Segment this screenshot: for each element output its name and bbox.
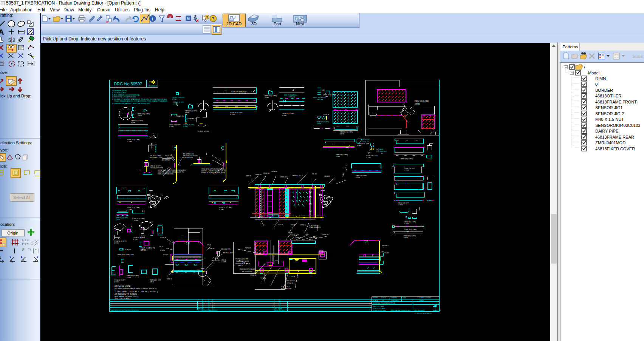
svg-text:DRAWN: DRAWN bbox=[391, 297, 397, 299]
svg-text:(STUCCO: (STUCCO bbox=[362, 138, 370, 140]
svg-text:ITEM 35: ITEM 35 bbox=[245, 247, 251, 249]
svg-text:ITS 31: ITS 31 bbox=[159, 245, 164, 247]
svg-text:ITEM 37: ITEM 37 bbox=[322, 234, 329, 236]
svg-text:SENSOR JIG 2: SENSOR JIG 2 bbox=[595, 111, 624, 116]
svg-text:ITEM 33: ITEM 33 bbox=[287, 282, 294, 284]
svg-text:rafting:: rafting: bbox=[0, 13, 13, 17]
svg-text:3 THK: 3 THK bbox=[141, 249, 146, 251]
svg-text:ITEM 30: ITEM 30 bbox=[255, 174, 262, 176]
svg-text:i: i bbox=[152, 16, 153, 22]
svg-text:SHEET: SHEET bbox=[373, 297, 378, 299]
svg-text:AB PULL NUT: AB PULL NUT bbox=[223, 252, 234, 254]
svg-text:Origin: Origin bbox=[7, 231, 18, 235]
svg-text:3 THK: 3 THK bbox=[134, 219, 138, 221]
svg-text:JIG 1: JIG 1 bbox=[305, 233, 310, 235]
svg-text:ove:: ove: bbox=[0, 70, 8, 75]
svg-text:IN POSITION: IN POSITION bbox=[183, 157, 193, 159]
svg-text:Dx 50/EX REC.TER SPEC: Dx 50/EX REC.TER SPEC bbox=[198, 310, 217, 312]
svg-text:46813FRAME FRONT: 46813FRAME FRONT bbox=[595, 100, 637, 104]
svg-text:FIXED IN POSITION X PLACES: FIXED IN POSITION X PLACES bbox=[201, 172, 225, 174]
svg-text:3 THK: 3 THK bbox=[230, 113, 235, 115]
svg-text:ITEM 3b: ITEM 3b bbox=[260, 277, 266, 279]
svg-text:ITEM 35 PIPE MUST: ITEM 35 PIPE MUST bbox=[240, 268, 255, 270]
svg-text:SHEET 01: SHEET 01 bbox=[433, 309, 441, 311]
svg-text:TSC DR SPEC: TSC DR SPEC bbox=[275, 310, 286, 312]
svg-text:LOCKNUT: LOCKNUT bbox=[167, 156, 175, 158]
svg-text:Scale:: Scale: bbox=[632, 54, 644, 59]
svg-text:2D CAD: 2D CAD bbox=[226, 22, 242, 26]
svg-text:ETCHING NOTE: ETCHING NOTE bbox=[115, 285, 131, 287]
svg-text:3PAR WELDED: 3PAR WELDED bbox=[309, 226, 320, 228]
svg-text:ITS 33: ITS 33 bbox=[312, 173, 317, 175]
svg-text:3 THK: 3 THK bbox=[116, 219, 120, 221]
svg-text:3 THK: 3 THK bbox=[183, 126, 188, 128]
svg-text:ITS 31: ITS 31 bbox=[246, 175, 251, 177]
svg-text:0.000 +/- 0.1 mm: 0.000 +/- 0.1 mm bbox=[373, 309, 386, 311]
svg-text:Part: Part bbox=[274, 22, 281, 26]
svg-text:ITEM 3L: ITEM 3L bbox=[250, 274, 257, 276]
svg-text:HOLES: HOLES bbox=[240, 92, 246, 94]
svg-text:BxxB BELOW: BxxB BELOW bbox=[281, 288, 292, 290]
svg-text:ITEM 32: ITEM 32 bbox=[296, 236, 302, 238]
svg-text:ide:: ide: bbox=[0, 164, 7, 168]
svg-text:SENSOROKII403C0103: SENSOROKII403C0103 bbox=[595, 123, 640, 128]
svg-text:A B4JRD14NG BH FAXXING A3SUI: A B4JRD14NG BH FAXXING A3SUING bbox=[111, 310, 139, 312]
svg-text:3 THK: 3 THK bbox=[366, 156, 371, 158]
svg-text:ITEM 4: ITEM 4 bbox=[288, 232, 293, 234]
svg-text:FLAP 40: FLAP 40 bbox=[125, 248, 131, 250]
svg-text:46813OTHER: 46813OTHER bbox=[595, 94, 621, 98]
svg-text:DAIRY PIPE: DAIRY PIPE bbox=[595, 129, 618, 133]
svg-text:FLAP 25: FLAP 25 bbox=[190, 117, 197, 119]
svg-text:DATE:: DATE: bbox=[420, 299, 424, 301]
svg-text:ITS 8: ITS 8 bbox=[291, 276, 295, 278]
svg-text:ITEM 5: ITEM 5 bbox=[300, 224, 306, 226]
svg-text:ITS 3b: ITS 3b bbox=[167, 278, 172, 280]
svg-text:RJB: RJB bbox=[403, 297, 406, 299]
svg-text:TO BE 'SMALL' (DOUBLE LINE: TO BE 'SMALL' (DOUBLE LINE NOT FILLED) bbox=[115, 290, 158, 293]
svg-text:3 THK: 3 THK bbox=[185, 112, 189, 114]
svg-text:BE VERTICAL: BE VERTICAL bbox=[242, 270, 252, 272]
svg-text:ITEM 49: ITEM 49 bbox=[280, 176, 287, 178]
svg-text:GENERAL TOLERANCE: GENERAL TOLERANCE bbox=[373, 302, 391, 304]
svg-text:1 OF 1: 1 OF 1 bbox=[381, 297, 386, 299]
svg-text:LINE ROYAL: LINE ROYAL bbox=[211, 260, 221, 262]
svg-text:3 THK: 3 THK bbox=[404, 237, 408, 239]
svg-text:ITEM 1: ITEM 1 bbox=[383, 245, 389, 247]
svg-text:election Settings:: election Settings: bbox=[0, 140, 32, 145]
svg-text:Model: Model bbox=[588, 71, 599, 75]
svg-text:L 3B X 3D C: L 3B X 3D C bbox=[281, 285, 290, 287]
svg-text:3 THK: 3 THK bbox=[169, 126, 174, 128]
svg-text:2 THK: 2 THK bbox=[415, 103, 420, 105]
svg-text:A: A bbox=[0, 28, 4, 36]
svg-text:ITS 35 CABLE TR: ITS 35 CABLE TR bbox=[235, 258, 248, 260]
svg-text:3 THK: 3 THK bbox=[173, 103, 178, 105]
svg-text:3 THK: 3 THK bbox=[324, 96, 328, 97]
svg-text:3 THK: 3 THK bbox=[114, 242, 119, 244]
svg-text:3 THK: 3 THK bbox=[282, 114, 286, 116]
svg-text:3D: 3D bbox=[251, 22, 257, 26]
svg-text:08 10/1: 08 10/1 bbox=[198, 308, 204, 310]
svg-text:WELD IN POSITION: WELD IN POSITION bbox=[158, 173, 173, 175]
svg-text:ITEM 34: ITEM 34 bbox=[311, 236, 318, 238]
svg-text:BORDER: BORDER bbox=[595, 88, 613, 93]
svg-text:ITEM 41: ITEM 41 bbox=[263, 172, 270, 174]
svg-text:3B C 3D PIN: 3B C 3D PIN bbox=[221, 248, 231, 250]
svg-text:?: ? bbox=[206, 15, 208, 19]
svg-text:/: / bbox=[584, 65, 585, 69]
svg-text:3 THK: 3 THK bbox=[150, 281, 154, 283]
svg-text:ITEM 46: ITEM 46 bbox=[323, 114, 330, 116]
svg-text:W/O DAIRY PIPE: W/O DAIRY PIPE bbox=[150, 156, 163, 158]
svg-text:Nest: Nest bbox=[296, 22, 305, 26]
svg-text:3 OFF: 3 OFF bbox=[221, 261, 226, 263]
svg-text:5) DIMENSIONS MARKED * MUS: 5) DIMENSIONS MARKED * MUST BE INSPECTED bbox=[112, 102, 150, 104]
svg-text:DRG No 50597: DRG No 50597 bbox=[414, 309, 425, 311]
svg-text:3 THK: 3 THK bbox=[357, 145, 361, 147]
svg-text:5: 5 bbox=[8, 37, 11, 43]
svg-text:ITEM 44 X OFF 3 THK: ITEM 44 X OFF 3 THK bbox=[118, 254, 134, 256]
svg-text:ITEM 3L: ITEM 3L bbox=[208, 247, 215, 249]
svg-text:3 THK: 3 THK bbox=[127, 208, 132, 210]
svg-text:3 THK: 3 THK bbox=[138, 115, 142, 117]
svg-text:?: ? bbox=[212, 16, 214, 22]
svg-text:3 THK: 3 THK bbox=[336, 156, 340, 157]
svg-text:3 THK: 3 THK bbox=[265, 97, 269, 99]
